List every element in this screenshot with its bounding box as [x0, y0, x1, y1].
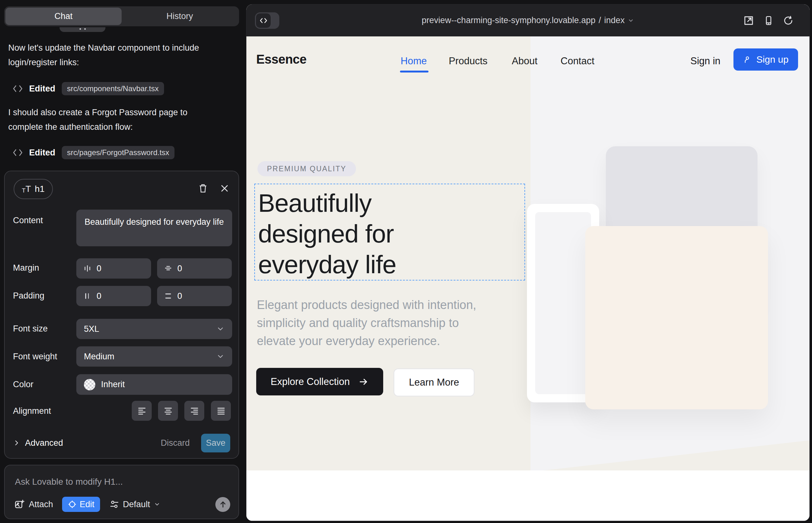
refresh-icon: [783, 15, 794, 26]
sign-in-link[interactable]: Sign in: [690, 55, 721, 67]
code-view-segment[interactable]: [255, 13, 271, 28]
mobile-view-button[interactable]: [763, 15, 774, 26]
sliders-icon: [110, 500, 119, 509]
edit-mode-button[interactable]: Edit: [62, 497, 100, 512]
learn-more-button[interactable]: Learn More: [394, 368, 474, 396]
align-right-icon: [190, 406, 199, 416]
typography-icon: TT: [22, 184, 31, 194]
delete-element-button[interactable]: [196, 181, 210, 195]
assistant-message: I should also create a Forgot Password p…: [8, 105, 214, 134]
explore-collection-button[interactable]: Explore Collection: [256, 368, 383, 395]
target-icon: [68, 500, 77, 509]
preview-domain: preview--charming-site-symphony.lovable.…: [422, 16, 596, 25]
edited-label: Edited: [29, 84, 55, 94]
element-tag-label: h1: [35, 184, 45, 194]
padding-vertical-icon: [164, 292, 172, 300]
refresh-button[interactable]: [783, 15, 794, 26]
sign-up-button[interactable]: Sign up: [734, 49, 798, 71]
chevron-down-icon: [216, 353, 225, 361]
edited-label: Edited: [29, 148, 55, 158]
active-link-underline: [400, 71, 428, 72]
chevron-down-icon: [216, 325, 225, 333]
margin-x-input[interactable]: 0: [76, 258, 151, 278]
margin-vertical-icon: [164, 264, 172, 273]
tab-history[interactable]: History: [122, 7, 238, 25]
save-button[interactable]: Save: [201, 434, 230, 452]
chevron-right-icon[interactable]: [13, 439, 20, 446]
margin-label: Margin: [13, 263, 39, 273]
close-panel-button[interactable]: [217, 181, 231, 195]
url-separator: /: [599, 16, 601, 25]
arrow-right-icon: [358, 377, 369, 387]
chevron-down-icon: [154, 501, 160, 507]
font-size-select[interactable]: 5XL: [76, 319, 232, 339]
transparent-swatch-icon: [84, 379, 95, 390]
hero-heading[interactable]: Beautifully designed for everyday life: [258, 188, 396, 280]
attach-image-icon: [14, 499, 24, 509]
font-weight-label: Font weight: [13, 352, 57, 362]
site-logo[interactable]: Essence: [256, 52, 306, 67]
nav-link-home[interactable]: Home: [401, 55, 427, 67]
selected-element-tag: TT h1: [14, 179, 53, 199]
preview-page: index: [604, 16, 625, 25]
align-center-button[interactable]: [158, 401, 178, 421]
chevron-down-icon: [628, 17, 634, 24]
code-icon: [13, 148, 23, 157]
content-input[interactable]: Beautifully designed for everyday life: [76, 210, 232, 246]
edited-file-row: Edited src/pages/ForgotPassword.tsx: [13, 146, 175, 160]
user-icon: [743, 55, 752, 64]
premium-quality-badge: PREMIUM QUALITY: [258, 161, 356, 176]
smartphone-icon: [763, 15, 774, 26]
align-left-icon: [137, 406, 147, 416]
model-mode-button[interactable]: Default: [110, 500, 160, 509]
file-chip[interactable]: src/components/Navbar.tsx: [62, 82, 164, 95]
padding-y-input[interactable]: 0: [157, 286, 232, 306]
align-center-icon: [163, 406, 173, 416]
code-icon: [259, 17, 268, 24]
decorative-card-cream: [585, 226, 768, 409]
chat-composer[interactable]: Ask Lovable to modify H1... Attach Edit …: [4, 465, 239, 519]
align-justify-button[interactable]: [211, 401, 231, 421]
composer-placeholder[interactable]: Ask Lovable to modify H1...: [15, 477, 123, 487]
code-icon: [13, 85, 23, 93]
send-button[interactable]: [215, 497, 230, 512]
preview-url-bar[interactable]: preview--charming-site-symphony.lovable.…: [341, 4, 714, 36]
padding-horizontal-icon: [83, 292, 91, 300]
align-justify-icon: [216, 406, 226, 416]
lovable-app: Chat History Now let's update the Navbar…: [0, 0, 812, 523]
nav-link-about[interactable]: About: [512, 55, 537, 67]
preview-toolbar: preview--charming-site-symphony.lovable.…: [246, 4, 810, 36]
truncated-status-chip: [59, 27, 105, 32]
nav-link-products[interactable]: Products: [449, 55, 488, 67]
open-in-new-tab-button[interactable]: [743, 15, 754, 26]
advanced-toggle[interactable]: Advanced: [25, 438, 63, 448]
margin-y-input[interactable]: 0: [157, 258, 232, 278]
advanced-row: Advanced Discard Save: [13, 433, 230, 452]
arrow-up-icon: [219, 500, 227, 508]
font-weight-select[interactable]: Medium: [76, 346, 232, 366]
preview-panel: preview--charming-site-symphony.lovable.…: [246, 4, 810, 521]
edited-file-row: Edited src/components/Navbar.tsx: [13, 82, 164, 96]
hero-tagline: Elegant products designed with intention…: [257, 296, 476, 350]
color-label: Color: [13, 380, 34, 390]
padding-label: Padding: [13, 291, 44, 301]
file-chip[interactable]: src/pages/ForgotPassword.tsx: [62, 146, 175, 159]
site-preview: Essence Home Products About Contact Sign…: [246, 36, 810, 521]
element-editor-panel: TT h1 Content Beautifully designed for e…: [4, 170, 239, 459]
external-link-icon: [743, 15, 754, 26]
attach-button[interactable]: Attach: [14, 499, 53, 509]
content-label: Content: [13, 216, 43, 226]
code-preview-toggle[interactable]: [255, 12, 279, 29]
assistant-message: Now let's update the Navbar component to…: [8, 40, 214, 70]
discard-button[interactable]: Discard: [161, 438, 190, 448]
chat-history-tabbar: Chat History: [4, 6, 239, 26]
nav-link-contact[interactable]: Contact: [561, 55, 595, 67]
align-left-button[interactable]: [132, 401, 152, 421]
margin-horizontal-icon: [83, 264, 91, 273]
alignment-label: Alignment: [13, 406, 51, 416]
tab-chat[interactable]: Chat: [5, 7, 122, 25]
align-right-button[interactable]: [184, 401, 204, 421]
color-select[interactable]: Inherit: [76, 374, 232, 395]
padding-x-input[interactable]: 0: [76, 286, 151, 306]
font-size-label: Font size: [13, 324, 48, 334]
